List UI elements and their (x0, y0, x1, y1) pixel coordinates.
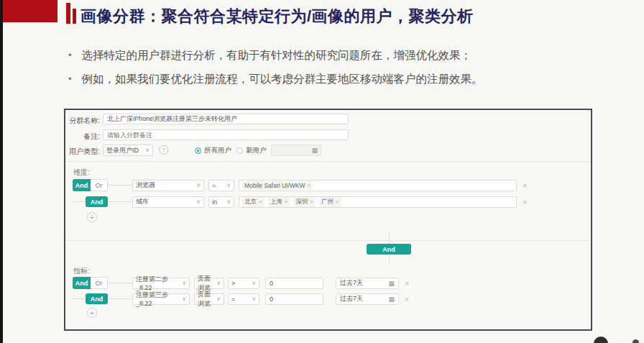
or-button[interactable]: Or (91, 179, 108, 191)
calendar-icon: ▦ (311, 147, 318, 154)
section-divider (65, 161, 591, 162)
remove-row-icon[interactable]: × (405, 295, 409, 303)
radio-unselected-icon (236, 147, 243, 154)
chevron-down-icon: ∨ (196, 183, 201, 188)
and-or-toggle: And Or (73, 277, 108, 289)
chevron-down-icon: ∨ (216, 296, 221, 302)
tag-label: Mobile Safari UI/WKW (244, 182, 305, 189)
title-accent-bar (73, 9, 76, 24)
connector-line (389, 255, 390, 265)
title-accent-bar (66, 3, 70, 24)
connector-line (108, 201, 132, 202)
metric-operator-value: = (231, 296, 235, 303)
connector-line (73, 201, 86, 202)
metric-date-range-picker[interactable]: 过去7天 ▦ (336, 293, 399, 305)
tag-label: 广州 (321, 198, 334, 206)
note-label: 备注: (67, 132, 100, 142)
dimension-values-input[interactable]: 北京 × 上海 × 深圳 × 广州 × (239, 196, 517, 208)
remove-tag-icon[interactable]: × (308, 182, 311, 188)
metric-value: 0 (270, 296, 273, 303)
value-tag: 深圳 × (293, 197, 316, 207)
tag-label: 北京 (244, 198, 257, 206)
dimension-field-select[interactable]: 浏览器 ∨ (132, 180, 204, 191)
user-type-value: 登录用户ID (106, 146, 139, 155)
overlay-partial-dot (632, 339, 639, 343)
metric-measure-value: 页面浏览 (198, 290, 216, 308)
metric-event-select[interactable]: 注册第二步_8.22 ∨ (132, 278, 190, 289)
remove-row-icon[interactable]: × (405, 279, 409, 288)
left-edge-strip (0, 0, 3, 343)
add-metric-button[interactable]: + (87, 308, 97, 318)
or-button[interactable]: Or (91, 277, 108, 289)
help-icon[interactable]: ? (159, 145, 168, 155)
chevron-down-icon: ∨ (196, 199, 201, 205)
value-tag: 北京 × (242, 197, 264, 207)
overlay-partial-circle (594, 337, 608, 343)
tag-label: 上海 (270, 198, 282, 206)
metric-value-input[interactable]: 0 (265, 278, 323, 289)
value-tag: 上海 × (268, 197, 290, 207)
remove-tag-icon[interactable]: × (285, 198, 288, 205)
remove-row-icon[interactable]: × (523, 181, 527, 190)
user-type-select[interactable]: 登录用户ID ∨ (103, 145, 153, 156)
remove-tag-icon[interactable]: × (310, 198, 313, 205)
metric-range-value: 过去7天 (340, 278, 363, 288)
add-dimension-button[interactable]: + (87, 212, 97, 222)
metric-date-range-picker[interactable]: 过去7天 ▦ (336, 278, 399, 289)
sections-and-connector-button[interactable]: And (367, 244, 411, 255)
metric-operator-select[interactable]: > ∨ (228, 278, 259, 289)
dimension-row: And Or 浏览器 ∨ = ∨ Mobile Safari UI/WKW × … (73, 179, 527, 191)
bullet-item: • 选择特定的用户群进行分析，有助于有针对性的研究问题所在，增强优化效果； (68, 48, 600, 63)
connector-line (108, 283, 132, 283)
dimension-operator-value: = (212, 182, 216, 189)
dimension-values-input[interactable]: Mobile Safari UI/WKW × (239, 180, 517, 191)
remove-tag-icon[interactable]: × (259, 198, 262, 205)
and-button[interactable]: And (86, 196, 108, 207)
remove-row-icon[interactable]: × (523, 198, 527, 206)
chevron-down-icon: ∨ (182, 280, 186, 286)
metric-value-input[interactable]: 0 (265, 293, 323, 305)
metric-event-select[interactable]: 注册第三步_8.22 ∨ (132, 293, 190, 305)
radio-new-users[interactable]: 新用户 (236, 146, 267, 155)
user-type-label: 用户类型: (67, 147, 100, 157)
radio-all-users[interactable]: 所有用户 (195, 146, 231, 155)
metrics-section-label: 指标: (73, 266, 90, 276)
dimension-field-value: 浏览器 (136, 180, 155, 190)
chevron-down-icon: ∨ (226, 199, 231, 205)
remove-tag-icon[interactable]: × (336, 198, 339, 205)
metric-row: And 注册第三步_8.22 ∨ 页面浏览 ∨ = ∨ 0 过去7天 ▦ × (73, 293, 409, 305)
and-button[interactable]: And (73, 179, 91, 191)
radio-all-users-label: 所有用户 (204, 146, 231, 155)
note-input[interactable] (103, 129, 349, 140)
red-corner-block (3, 0, 58, 22)
dimension-row: And 城市 ∨ in ∨ 北京 × 上海 × 深圳 (73, 196, 527, 208)
dimension-operator-select[interactable]: = ∨ (208, 180, 234, 191)
metric-measure-select[interactable]: 页面浏览 ∨ (194, 293, 224, 305)
bullet-icon: • (68, 48, 72, 63)
connector-line (108, 185, 132, 186)
slide-canvas: 画像分群：聚合符合某特定行为/画像的用户，聚类分析 • 选择特定的用户群进行分析… (0, 0, 644, 343)
value-tag: 广州 × (319, 197, 341, 207)
metric-event-value: 注册第三步_8.22 (136, 291, 182, 307)
metric-measure-select[interactable]: 页面浏览 ∨ (194, 278, 224, 289)
bullet-icon: • (68, 72, 72, 86)
dimension-field-select[interactable]: 城市 ∨ (132, 196, 204, 208)
dimension-field-value: 城市 (136, 197, 149, 206)
segment-name-input[interactable] (103, 114, 349, 124)
chevron-down-icon: ∨ (226, 183, 231, 188)
segment-builder-panel: 分群名称: 备注: 用户类型: 登录用户ID ∨ ? 所有用户 新用户 ▦ 维度… (64, 109, 592, 331)
and-button[interactable]: And (86, 293, 108, 304)
segment-name-label: 分群名称: (67, 116, 100, 126)
radio-new-users-label: 新用户 (246, 146, 267, 155)
bullet-text: 例如，如果我们要优化注册流程，可以考虑分群主要地区移动端客户的注册效果。 (82, 72, 483, 87)
tag-label: 深圳 (295, 198, 308, 206)
and-button[interactable]: And (73, 277, 91, 289)
calendar-icon: ▦ (388, 296, 395, 303)
connector-line (108, 298, 132, 299)
metric-value: 0 (270, 280, 273, 287)
metric-operator-select[interactable]: = ∨ (228, 293, 259, 305)
dimensions-section-label: 维度: (73, 168, 90, 178)
chevron-down-icon: ∨ (252, 296, 256, 302)
metric-operator-value: > (231, 280, 235, 287)
dimension-operator-select[interactable]: in ∨ (208, 196, 234, 208)
